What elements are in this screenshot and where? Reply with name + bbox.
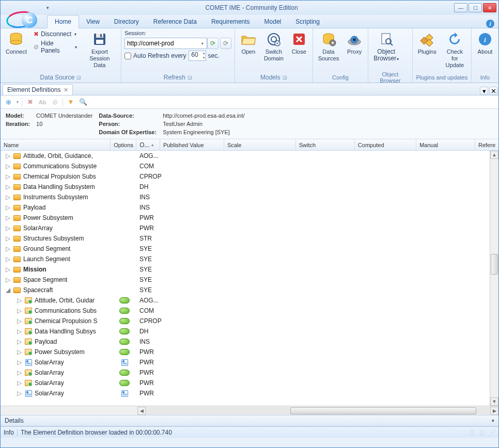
column-header-manual[interactable]: Manual xyxy=(416,139,475,150)
ribbon-tab-scripting[interactable]: Scripting xyxy=(288,15,327,28)
switch-domain-button[interactable]: Switch Domain xyxy=(262,30,286,63)
maximize-button[interactable]: ☐ xyxy=(469,3,482,12)
expand-icon[interactable]: ▷ xyxy=(5,235,11,242)
minimize-button[interactable]: — xyxy=(454,3,467,12)
expand-icon[interactable]: ▷ xyxy=(16,338,22,345)
expand-icon[interactable]: ▷ xyxy=(5,194,11,201)
tree-row[interactable]: ▷SolarArrayPWR xyxy=(1,223,498,233)
check-update-button[interactable]: Check for Update xyxy=(442,30,468,70)
expand-icon[interactable]: ▷ xyxy=(16,390,22,397)
horizontal-scrollbar[interactable]: ◀ ▶ xyxy=(1,406,498,415)
proxy-button[interactable]: Proxy xyxy=(344,30,365,56)
column-header-switch[interactable]: Switch xyxy=(296,139,355,150)
expand-icon[interactable]: ▷ xyxy=(5,214,11,221)
tree-row[interactable]: ▷Instruments SubsystemINS xyxy=(1,192,498,202)
expand-icon[interactable]: ▷ xyxy=(5,152,11,159)
scroll-down-icon[interactable]: ▼ xyxy=(490,397,498,406)
column-header-reference[interactable]: Refere xyxy=(475,139,498,150)
details-panel-header[interactable]: Details ▾ xyxy=(1,415,498,426)
plugins-button[interactable]: Plugins xyxy=(416,30,439,56)
delete-button[interactable]: ✖ xyxy=(25,98,35,107)
tree-row[interactable]: ▷Space SegmentSYE xyxy=(1,275,498,285)
vertical-scrollbar[interactable]: ▲ ▼ xyxy=(490,151,498,406)
tree-row[interactable]: ▷Communications SubsysteCOM xyxy=(1,161,498,171)
expand-icon[interactable]: ▷ xyxy=(16,348,22,356)
search-button[interactable]: 🔍 xyxy=(79,98,88,107)
ribbon-tab-requirements[interactable]: Requirements xyxy=(204,15,257,28)
tab-dropdown-icon[interactable]: ▾ xyxy=(480,87,488,95)
scroll-left-icon[interactable]: ◀ xyxy=(137,407,146,415)
refresh-all-button[interactable]: ⟳ xyxy=(220,38,231,49)
expand-icon[interactable]: ▷ xyxy=(5,276,11,283)
export-session-button[interactable]: Export Session Data xyxy=(82,30,118,70)
tree-row[interactable]: ▷Attitude, Orbit, Guidance,AOG... xyxy=(1,151,498,161)
column-header-scale[interactable]: Scale xyxy=(224,139,296,150)
data-sources-button[interactable]: Data Sources xyxy=(316,30,341,63)
expand-icon[interactable]: ▷ xyxy=(16,369,22,376)
resize-grip-icon[interactable]: ⋰ xyxy=(489,429,495,436)
tree-row[interactable]: ▷Launch SegmentSYE xyxy=(1,254,498,264)
tree-row[interactable]: ▷SolarArrayPWR xyxy=(1,388,498,398)
column-header-name[interactable]: Name xyxy=(1,139,111,150)
ribbon-tab-model[interactable]: Model xyxy=(257,15,289,28)
tree-row[interactable]: ▷SolarArrayPWR xyxy=(1,367,498,378)
hide-panels-button[interactable]: ⊘Hide Panels▾ xyxy=(32,39,79,55)
tree-row[interactable]: ▷Chemical Propulsion SCPROP xyxy=(1,316,498,326)
tree-row[interactable]: ▷Chemical Propulsion SubsCPROP xyxy=(1,171,498,182)
expand-icon[interactable]: ▷ xyxy=(5,183,11,190)
scroll-thumb[interactable] xyxy=(491,254,498,275)
expand-icon[interactable]: ▷ xyxy=(5,245,11,252)
open-button[interactable]: Open xyxy=(238,30,259,56)
expand-icon[interactable]: ▷ xyxy=(16,328,22,335)
dialog-launcher-icon[interactable]: ◲ xyxy=(76,75,81,80)
refresh-interval-input[interactable]: 60 xyxy=(189,51,206,61)
disconnect-button[interactable]: ✖Disconnect▾ xyxy=(32,30,79,38)
about-button[interactable]: iAbout xyxy=(475,30,495,56)
column-header-published[interactable]: Published Value xyxy=(160,139,224,150)
tree-row[interactable]: ▷Data Handling SubsysDH xyxy=(1,326,498,337)
column-header-computed[interactable]: Computed xyxy=(355,139,416,150)
chevron-down-icon[interactable]: ▾ xyxy=(492,418,494,423)
expand-icon[interactable]: ▷ xyxy=(5,173,11,180)
column-header-options[interactable]: Options xyxy=(111,139,136,150)
session-url-input[interactable] xyxy=(124,38,207,49)
filter-button[interactable]: ▼ xyxy=(66,98,75,107)
tree-row[interactable]: ▷Communications SubsCOM xyxy=(1,306,498,316)
chevron-down-icon[interactable]: ▾ xyxy=(17,100,19,104)
expand-icon[interactable]: ▷ xyxy=(5,163,11,170)
auto-refresh-checkbox[interactable] xyxy=(124,53,131,59)
tree-row[interactable]: ▷Power SubsystemPWR xyxy=(1,347,498,357)
tree-row[interactable]: ▷Attitude, Orbit, GuidarAOG... xyxy=(1,295,498,306)
refresh-button[interactable]: ⟳ xyxy=(207,38,219,49)
ribbon-tab-view[interactable]: View xyxy=(79,15,107,28)
expand-icon[interactable]: ▷ xyxy=(16,297,22,304)
expand-icon[interactable]: ◢ xyxy=(5,286,11,294)
ribbon-tab-reference-data[interactable]: Reference Data xyxy=(146,15,204,28)
add-button[interactable]: ⊕ xyxy=(4,98,13,107)
expand-icon[interactable]: ▷ xyxy=(16,359,22,366)
expand-icon[interactable]: ▷ xyxy=(5,225,11,232)
expand-icon[interactable]: ▷ xyxy=(16,379,22,387)
app-logo[interactable]: C xyxy=(6,5,35,34)
ribbon-tab-home[interactable]: Home xyxy=(47,15,79,28)
tree-row[interactable]: ▷Power SubsystemPWR xyxy=(1,213,498,223)
close-button[interactable]: ✕ xyxy=(483,3,496,12)
expand-icon[interactable]: ▷ xyxy=(5,255,11,263)
tree-row[interactable]: ▷Ground SegmentSYE xyxy=(1,244,498,254)
close-all-tabs-icon[interactable]: ✕ xyxy=(489,87,497,95)
tree-row[interactable]: ▷PayloadINS xyxy=(1,337,498,347)
tree-row[interactable]: ▷Structures SubsystemSTR xyxy=(1,233,498,244)
edit-text-button[interactable]: Ab xyxy=(38,98,47,107)
chevron-down-icon[interactable]: ▾ xyxy=(201,41,204,46)
tree-row[interactable]: ▷MissionSYE xyxy=(1,264,498,275)
tree-row[interactable]: ▷SolarArrayPWR xyxy=(1,357,498,367)
scroll-up-icon[interactable]: ▲ xyxy=(490,151,498,159)
expand-icon[interactable]: ▷ xyxy=(5,204,11,211)
scroll-thumb[interactable] xyxy=(290,407,476,414)
expand-icon[interactable]: ▷ xyxy=(16,307,22,314)
link-button[interactable]: ⊘ xyxy=(50,98,59,107)
dialog-launcher-icon[interactable]: ◲ xyxy=(283,75,287,80)
scroll-right-icon[interactable]: ▶ xyxy=(490,407,498,415)
tree-row[interactable]: ▷SolarArrayPWR xyxy=(1,378,498,388)
dialog-launcher-icon[interactable]: ◲ xyxy=(188,75,192,80)
